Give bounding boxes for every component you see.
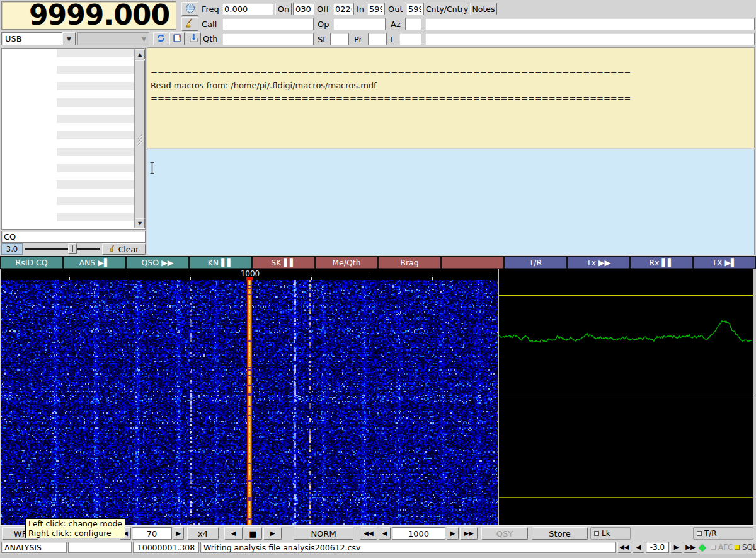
arrow-up-icon: ▲ (138, 52, 142, 57)
snr-down-button[interactable]: ◀ (633, 542, 644, 553)
logbook-button[interactable] (169, 32, 185, 45)
mode-select[interactable]: USB (1, 32, 62, 45)
rx-line: ========================================… (151, 92, 754, 105)
afc-toggle[interactable]: AFC (711, 542, 737, 552)
st-input[interactable] (330, 33, 349, 45)
macro-button-10[interactable]: Tx ▶▶ (568, 257, 629, 269)
time-on-input[interactable] (293, 3, 314, 15)
cnty-cntry-input[interactable] (425, 18, 755, 30)
waterfall-canvas[interactable] (1, 280, 498, 525)
scroll-up-button[interactable]: ▲ (135, 49, 145, 59)
tooltip-line-2: Right click: configure (28, 528, 122, 538)
book-icon (173, 33, 182, 45)
az-input[interactable] (405, 18, 421, 30)
globe-icon (185, 3, 195, 15)
status-secondary (68, 542, 132, 553)
lock-checkbox[interactable]: Lk (590, 527, 631, 540)
save-button[interactable] (186, 32, 201, 45)
scrollbar-thumb[interactable] (135, 60, 145, 219)
squelch-level-input[interactable] (646, 542, 669, 553)
qth-label: Qth (203, 32, 221, 45)
scroll-right-button[interactable]: ▶ (263, 527, 282, 540)
mode-select-arrow[interactable]: ▼ (62, 32, 76, 45)
time-off-input[interactable] (333, 3, 354, 15)
rst-in-input[interactable] (367, 3, 385, 15)
notes-input[interactable] (425, 33, 755, 45)
norm-speed-button[interactable]: NORM (294, 527, 353, 540)
carrier-fast-up-button[interactable]: ▶▶ (460, 527, 478, 540)
cnty-cntry-tab[interactable]: Cnty/Cntry (427, 3, 467, 15)
clear-log-button[interactable] (181, 17, 198, 31)
broom-icon (185, 18, 195, 30)
carrier-frequency-input[interactable] (392, 527, 445, 540)
freq-input[interactable] (222, 3, 273, 15)
tooltip-line-1: Left click: change mode (28, 519, 122, 528)
scope-canvas[interactable] (499, 269, 753, 525)
stop-scroll-button[interactable]: ■ (244, 527, 262, 540)
rx-line: ========================================… (151, 67, 754, 79)
frequency-display[interactable]: 9999.000 (1, 1, 176, 30)
carrier-down-button[interactable]: ◀ (379, 527, 391, 540)
lower-signal-input[interactable] (132, 527, 172, 540)
tr-checkbox[interactable]: T/R (693, 527, 753, 540)
sql-toggle[interactable]: SQL (735, 542, 756, 552)
az-label: Az (391, 18, 404, 30)
carrier-up-button[interactable]: ▶ (447, 527, 459, 540)
status-mode[interactable]: ANALYSIS (1, 542, 67, 553)
macro-button-9[interactable]: T/R (505, 257, 566, 269)
time-on-button[interactable]: On (275, 3, 292, 15)
double-arrow-left-icon: ◀◀ (619, 544, 629, 550)
stop-icon: ■ (249, 529, 256, 538)
channel-list[interactable] (57, 49, 135, 228)
checkbox-icon (697, 531, 702, 536)
zoom-button[interactable]: x4 (187, 527, 219, 540)
browser-search-input[interactable] (1, 231, 146, 243)
macro-button-11[interactable]: Rx ▌▌ (631, 257, 692, 269)
channel-browser[interactable]: ▲ ▼ (1, 48, 146, 230)
tx-text-pane[interactable] (147, 149, 755, 255)
macro-button-2[interactable]: ANS ▶▌ (64, 257, 125, 269)
qth-input[interactable] (222, 33, 314, 45)
refresh-icon (156, 33, 166, 45)
lower-signal-increase-button[interactable]: ▶ (173, 527, 184, 540)
checkbox-icon (711, 545, 716, 550)
macro-button-7[interactable]: Brag (379, 257, 440, 269)
globe-button[interactable] (181, 2, 198, 16)
arrow-right-icon: ▶ (270, 530, 275, 537)
macro-button-3[interactable]: QSO ▶▶ (127, 257, 188, 269)
squelch-slider-handle[interactable] (68, 243, 77, 254)
macro-button-1[interactable]: RsID CQ (1, 257, 62, 269)
scroll-left-button[interactable]: ◀ (224, 527, 243, 540)
macro-button-5[interactable]: SK ▌▌ (253, 257, 314, 269)
macro-button-12[interactable]: TX ▶▌ (694, 257, 755, 269)
status-frequency: 10000001.308 (133, 542, 199, 553)
arrow-left-icon: ◀ (382, 530, 387, 537)
notes-tab[interactable]: Notes (470, 3, 497, 15)
store-button[interactable]: Store (532, 527, 588, 540)
rx-line: Read macros from: /home/pi/.fldigi/macro… (151, 79, 754, 92)
clear-browser-button[interactable]: Clear (102, 243, 146, 255)
channel-list-scrollbar[interactable]: ▲ ▼ (134, 49, 144, 228)
scroll-down-button[interactable]: ▼ (135, 218, 145, 228)
pr-input[interactable] (368, 33, 387, 45)
carrier-fast-down-button[interactable]: ◀◀ (360, 527, 377, 540)
status-bar: ANALYSIS 10000001.308 Writing analysis f… (0, 541, 756, 554)
squelch-slider-track[interactable] (25, 248, 100, 250)
loc-input[interactable] (399, 33, 421, 45)
signal-indicator-diamond: ◆ (699, 542, 706, 553)
snr-fast-down-button[interactable]: ◀◀ (617, 542, 631, 553)
macro-button-8[interactable] (442, 257, 503, 269)
snr-fast-up-button[interactable]: ▶▶ (684, 542, 697, 553)
snr-up-button[interactable]: ▶ (670, 542, 682, 553)
macro-button-6[interactable]: Me/Qth (316, 257, 377, 269)
sync-button[interactable] (153, 32, 168, 45)
qsy-button[interactable]: QSY (481, 527, 528, 540)
bandwidth-select-disabled: ▼ (77, 32, 149, 45)
call-input[interactable] (222, 18, 314, 30)
rst-out-input[interactable] (406, 3, 424, 15)
macro-button-4[interactable]: KN ▌▌ (190, 257, 251, 269)
double-arrow-left-icon: ◀◀ (364, 530, 373, 537)
text-cursor (149, 162, 155, 176)
rx-text-pane[interactable]: ========================================… (147, 47, 755, 148)
op-input[interactable] (333, 18, 386, 30)
